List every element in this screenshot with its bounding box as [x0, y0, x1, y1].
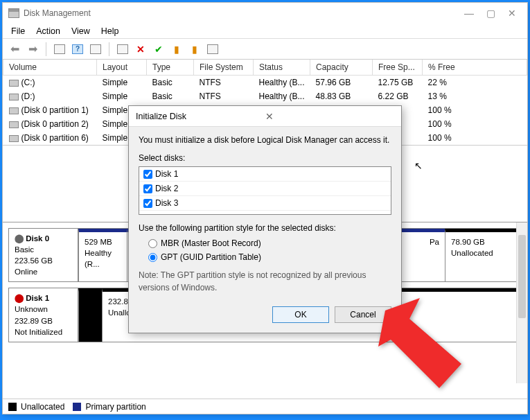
disk-name: Disk 0 — [26, 234, 49, 243]
gpt-radio[interactable] — [148, 253, 157, 262]
table-row[interactable]: (C:)SimpleBasicNTFSHealthy (B...57.96 GB… — [3, 76, 527, 90]
menu-view[interactable]: View — [71, 26, 90, 36]
col-capacity[interactable]: Capacity — [310, 60, 373, 76]
legend-swatch-unallocated — [8, 403, 17, 411]
window-title: Disk Management — [24, 8, 464, 18]
legend: Unallocated Primary partition — [3, 399, 527, 414]
col-pct[interactable]: % Free — [423, 60, 527, 76]
dialog-note: Note: The GPT partition style is not rec… — [139, 269, 391, 294]
properties-icon[interactable] — [205, 42, 220, 57]
col-layout[interactable]: Layout — [97, 60, 147, 76]
disk-checkbox[interactable] — [143, 184, 152, 193]
col-status[interactable]: Status — [254, 60, 310, 76]
annotation-arrow-icon — [371, 298, 468, 398]
maximize-button[interactable]: ▢ — [486, 8, 495, 19]
disk-select-list[interactable]: Disk 1 Disk 2 Disk 3 — [139, 166, 391, 215]
disk-name: Disk 1 — [26, 294, 49, 302]
titlebar[interactable]: Disk Management — ▢ ✕ — [3, 3, 527, 24]
close-icon[interactable]: ✕ — [261, 111, 395, 122]
app-icon — [8, 8, 19, 18]
back-button[interactable]: ⬅ — [7, 42, 22, 57]
vertical-scrollbar[interactable] — [516, 222, 527, 383]
toolbar: ⬅ ➡ ? ✕ ✔ ▮ ▮ — [3, 39, 527, 60]
mouse-cursor-icon: ↖ — [414, 160, 423, 171]
col-fs[interactable]: File System — [194, 60, 254, 76]
folder-icon[interactable]: ▮ — [169, 42, 184, 57]
toolbar-btn[interactable] — [52, 42, 67, 57]
check-icon[interactable]: ✔ — [151, 42, 166, 57]
folder-up-icon[interactable]: ▮ — [187, 42, 202, 57]
col-free[interactable]: Free Sp... — [373, 60, 423, 76]
toolbar-btn[interactable] — [115, 42, 130, 57]
delete-icon[interactable]: ✕ — [133, 42, 148, 57]
close-button[interactable]: ✕ — [508, 8, 516, 19]
menu-file[interactable]: File — [11, 26, 25, 36]
disk-checkbox[interactable] — [143, 199, 152, 208]
dialog-title: Initialize Disk — [136, 112, 261, 121]
ok-button[interactable]: OK — [272, 306, 329, 323]
disk-checkbox[interactable] — [143, 170, 152, 179]
dialog-message: You must initialize a disk before Logica… — [139, 134, 391, 146]
svg-marker-0 — [378, 298, 461, 388]
mbr-radio[interactable] — [148, 239, 157, 248]
minimize-button[interactable]: — — [464, 8, 474, 19]
col-type[interactable]: Type — [147, 60, 194, 76]
toolbar-btn[interactable] — [88, 42, 103, 57]
menu-help[interactable]: Help — [101, 26, 119, 36]
col-volume[interactable]: Volume — [3, 60, 97, 76]
forward-button[interactable]: ➡ — [25, 42, 40, 57]
table-row[interactable]: (D:)SimpleBasicNTFSHealthy (B...48.83 GB… — [3, 89, 527, 103]
initialize-disk-dialog: Initialize Disk ✕ You must initialize a … — [128, 105, 402, 333]
help-icon[interactable]: ? — [70, 42, 85, 57]
legend-swatch-primary — [73, 403, 81, 411]
menu-action[interactable]: Action — [36, 26, 60, 36]
menubar: File Action View Help — [3, 24, 527, 39]
